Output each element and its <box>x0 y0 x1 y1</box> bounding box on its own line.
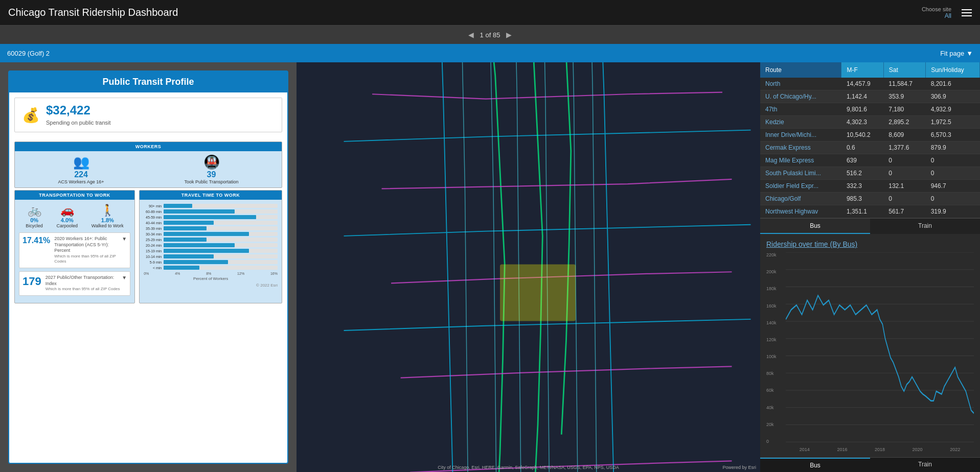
data-panel: Route M-F Sat Sun/Holiday North 14,457.9… <box>760 62 980 472</box>
bottom-tab-train[interactable]: Train <box>870 458 980 472</box>
route-mf: 985.3 <box>841 193 883 205</box>
bike-name: Bicycled <box>26 223 43 228</box>
stat-box-1: 17.41% 2020 Workers 16+: Public Transpor… <box>19 232 130 268</box>
worker-icon-people: 👥 <box>58 154 104 170</box>
col-route: Route <box>760 62 841 78</box>
transport-card: TRANSPORTATION TO WORK 🚲 0% Bicycled 🚗 4… <box>14 190 135 303</box>
bar-fill <box>164 266 199 270</box>
route-sat: 8,609 <box>883 129 925 141</box>
choose-site-value: All <box>922 12 951 19</box>
route-table-body: North 14,457.9 11,584.7 8,201.6 U. of Ch… <box>760 78 980 218</box>
chevron-down-icon: ▼ <box>966 50 973 57</box>
bar-label: 5-9 min <box>144 261 162 264</box>
route-sun: 6,570.3 <box>926 129 980 141</box>
route-name: 47th <box>760 103 841 116</box>
bar-fill <box>164 249 249 253</box>
bar-track <box>164 232 278 236</box>
left-panel: Public Transit Profile 💰 $32,422 Spendin… <box>0 62 297 472</box>
bike-pct: 0% <box>26 217 43 223</box>
route-name: South Pulaski Limi... <box>760 167 841 180</box>
stat1-value: 17.41% <box>22 236 50 245</box>
workers-content: 👥 224 ACS Workers Age 16+ 🚇 39 Took Publ… <box>15 151 282 187</box>
spending-info: $32,422 Spending on public transit <box>46 103 111 127</box>
map-data-container: City of Chicago, Esri, HERE, Garmin, Saf… <box>297 62 980 472</box>
next-arrow[interactable]: ▶ <box>506 31 512 39</box>
bar-fill <box>164 254 213 258</box>
bike-icon: 🚲 <box>26 204 43 217</box>
transport-walk: 🚶 1.8% Walked to Work <box>92 204 124 228</box>
profile-top-row: WORKERS 👥 224 ACS Workers Age 16+ 🚇 39 T… <box>9 137 287 190</box>
route-name: Inner Drive/Michi... <box>760 129 841 141</box>
bar-track <box>164 266 278 270</box>
bar-track <box>164 260 278 264</box>
table-row: North 14,457.9 11,584.7 8,201.6 <box>760 78 980 90</box>
route-table: Route M-F Sat Sun/Holiday North 14,457.9… <box>760 62 980 218</box>
worker-icon-transit: 🚇 <box>184 154 238 170</box>
header-right: Choose site All <box>922 6 972 19</box>
route-name: North <box>760 78 841 90</box>
bar-label: 25-29 min <box>144 238 162 242</box>
page-label-bar: 60029 (Golf) 2 Fit page ▼ <box>0 44 980 62</box>
bar-fill <box>164 221 213 225</box>
bar-track <box>164 238 278 242</box>
bottom-tab-bus[interactable]: Bus <box>760 458 870 472</box>
table-row: Inner Drive/Michi... 10,540.2 8,609 6,57… <box>760 129 980 141</box>
bar-fill <box>164 226 207 230</box>
spending-label: Spending on public transit <box>46 120 111 126</box>
fit-page-button[interactable]: Fit page ▼ <box>940 50 973 57</box>
table-tab-train[interactable]: Train <box>870 219 980 234</box>
chart-inner <box>786 252 974 444</box>
copyright: © 2022 Esri <box>144 283 278 288</box>
bar-fill <box>164 238 207 242</box>
spending-section: 💰 $32,422 Spending on public transit <box>14 98 282 132</box>
bar-label: 10-14 min <box>144 255 162 258</box>
walk-pct: 1.8% <box>92 217 124 223</box>
route-sun: 8,201.6 <box>926 78 980 90</box>
hamburger-menu[interactable] <box>962 9 972 16</box>
stat-box-2: 179 2027 Public/Other Transportation: In… <box>19 271 130 296</box>
chart-title: Ridership over time (By Bus) <box>766 240 974 248</box>
bar-fill <box>164 243 235 247</box>
route-table-wrapper: Route M-F Sat Sun/Holiday North 14,457.9… <box>760 62 980 234</box>
bar-row: 15-19 min <box>144 249 278 253</box>
worker-label-2: Took Public Transportation <box>184 179 238 184</box>
stat1-chevron[interactable]: ▼ <box>122 236 127 242</box>
chart-area: 220k 200k 180k 160k 140k 120k 100k 80k 6… <box>766 252 974 454</box>
route-mf: 1,351.1 <box>841 205 883 218</box>
esri-powered: Powered by Esri <box>722 465 756 470</box>
route-sat: 0 <box>883 167 925 180</box>
col-sun: Sun/Holiday <box>926 62 980 78</box>
route-sun: 1,972.5 <box>926 116 980 129</box>
bar-row: 90+ min <box>144 204 278 208</box>
bar-fill <box>164 215 256 219</box>
table-tab-bus[interactable]: Bus <box>760 219 870 234</box>
bar-row: 30-34 min <box>144 232 278 236</box>
profile-header: Public Transit Profile <box>9 72 287 92</box>
travel-card: TRAVEL TIME TO WORK 90+ min 60-89 min 45… <box>139 190 282 303</box>
app-title: Chicago Transit Ridership Dashboard <box>8 7 178 18</box>
stat2-sub: Which is more than 95% of all ZIP Codes <box>45 287 122 292</box>
stat2-chevron[interactable]: ▼ <box>122 275 127 280</box>
prev-arrow[interactable]: ◀ <box>468 31 474 39</box>
table-row: Chicago/Golf 985.3 0 0 <box>760 193 980 205</box>
travel-bars: 90+ min 60-89 min 45-59 min 40-44 min 35… <box>144 204 278 270</box>
route-sat: 7,180 <box>883 103 925 116</box>
chart-section: Ridership over time (By Bus) 220k 200k 1… <box>760 234 980 457</box>
travel-title: TRAVEL TIME TO WORK <box>140 191 282 200</box>
bar-track <box>164 215 278 219</box>
svg-rect-1 <box>500 264 576 321</box>
choose-site[interactable]: Choose site All <box>922 6 951 19</box>
travel-footer: Percent of Workers <box>144 276 278 281</box>
page-name: 60029 (Golf) 2 <box>7 50 50 57</box>
travel-x-axis: 0%4%8%12%16% <box>144 272 278 275</box>
route-sun: 0 <box>926 154 980 167</box>
route-sat: 0 <box>883 154 925 167</box>
y-axis-labels: 220k 200k 180k 160k 140k 120k 100k 80k 6… <box>766 252 785 444</box>
stat2-info: 2027 Public/Other Transportation: Index … <box>45 275 122 292</box>
route-mf: 4,302.3 <box>841 116 883 129</box>
bar-row: < min <box>144 266 278 270</box>
map-attribution: City of Chicago, Esri, HERE, Garmin, Saf… <box>438 465 619 470</box>
route-sun: 0 <box>926 167 980 180</box>
bar-row: 60-89 min <box>144 209 278 214</box>
table-tab-row: Bus Train <box>760 218 980 234</box>
